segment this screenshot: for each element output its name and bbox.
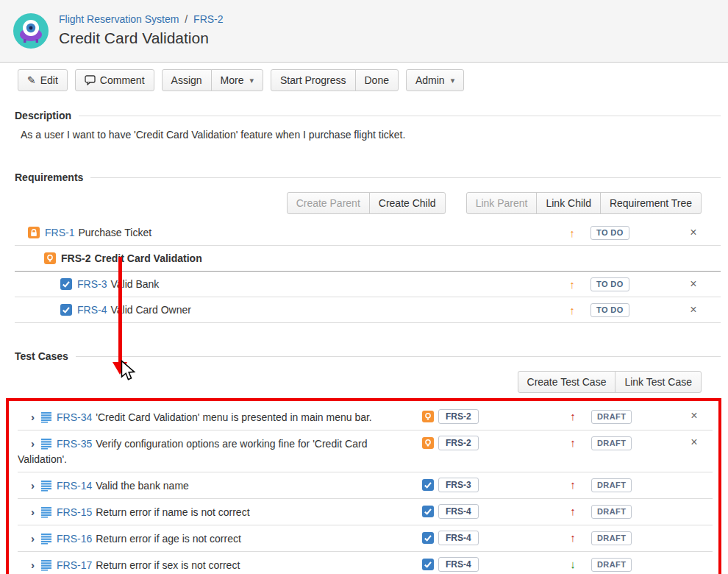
linked-requirement-badge[interactable]: FRS-4 — [438, 531, 479, 545]
rank-up-arrow-icon: ↑ — [558, 436, 588, 449]
breadcrumb-project-link[interactable]: Flight Reservation System — [59, 13, 179, 25]
lightbulb-icon — [422, 411, 434, 422]
expand-chevron-icon[interactable]: › — [31, 506, 35, 518]
test-case-key-link[interactable]: FRS-35 — [57, 438, 92, 450]
issue-key-link[interactable]: FRS-3 — [77, 278, 107, 290]
status-badge: DRAFT — [591, 531, 632, 545]
issue-summary: Valid Bank — [110, 278, 159, 290]
remove-link-icon[interactable]: × — [675, 303, 712, 316]
status-badge: DRAFT — [591, 558, 632, 572]
requirement-tree-button[interactable]: Requirement Tree — [600, 192, 702, 214]
link-child-button[interactable]: Link Child — [536, 192, 600, 214]
comment-button[interactable]: Comment — [75, 69, 154, 91]
heading-rule — [79, 116, 721, 116]
rank-up-arrow-icon: ↑ — [557, 304, 587, 316]
requirements-heading-label: Requirements — [15, 171, 83, 183]
linked-requirement-badge[interactable]: FRS-4 — [438, 557, 479, 572]
pencil-icon: ✎ — [27, 74, 36, 87]
edit-button[interactable]: ✎ Edit — [18, 69, 68, 91]
requirements-section-heading: Requirements — [15, 171, 721, 183]
heading-rule — [90, 177, 721, 178]
test-cases-section-heading: Test Cases — [15, 350, 721, 362]
expand-chevron-icon[interactable]: › — [31, 532, 35, 545]
more-dropdown-button[interactable]: More ▾ — [211, 69, 263, 91]
remove-link-icon[interactable]: × — [676, 409, 713, 422]
linked-requirement-badge[interactable]: FRS-2 — [438, 409, 479, 424]
create-parent-button[interactable]: Create Parent — [287, 192, 370, 214]
test-case-summary: Return error if age is not correct — [96, 533, 241, 545]
expand-chevron-icon[interactable]: › — [31, 559, 35, 571]
test-case-key-link[interactable]: FRS-17 — [57, 559, 92, 571]
test-case-summary: Return error if sex is not correct — [96, 559, 240, 571]
project-avatar — [13, 13, 49, 49]
test-case-row: ›FRS-15Return error if name is not corre… — [18, 499, 713, 525]
rank-up-arrow-icon: ↑ — [558, 504, 588, 517]
breadcrumb-separator: / — [185, 13, 188, 25]
linked-requirement-badge[interactable]: FRS-2 — [438, 436, 479, 450]
task-check-icon — [60, 304, 72, 316]
test-case-summary: Return error if name is not correct — [96, 506, 249, 518]
link-parent-button[interactable]: Link Parent — [466, 192, 538, 214]
admin-dropdown-button[interactable]: Admin ▾ — [406, 69, 464, 91]
status-badge: DRAFT — [591, 478, 632, 492]
description-text: As a user I want to have 'Credit Card Va… — [21, 129, 721, 141]
rank-up-arrow-icon: ↑ — [558, 531, 588, 544]
test-case-key-link[interactable]: FRS-34 — [57, 411, 92, 423]
issue-summary: Valid Card Owner — [110, 304, 190, 316]
test-case-key-link[interactable]: FRS-14 — [57, 480, 92, 492]
requirements-actions: Create Parent Create Child Link Parent L… — [15, 183, 721, 214]
testcase-list-icon — [40, 533, 52, 545]
issue-key-link[interactable]: FRS-4 — [77, 304, 107, 316]
rank-down-arrow-icon: ↓ — [558, 557, 588, 570]
test-cases-list: ›FRS-34'Credit Card Validation' menu is … — [18, 404, 713, 574]
test-case-row: ›FRS-34'Credit Card Validation' menu is … — [18, 404, 713, 431]
issue-key: FRS-2 — [61, 252, 90, 264]
test-cases-heading-label: Test Cases — [15, 350, 68, 362]
link-test-case-button[interactable]: Link Test Case — [615, 371, 702, 393]
issue-summary: Credit Card Validation — [94, 252, 201, 264]
task-check-icon — [422, 532, 434, 544]
task-check-icon — [60, 278, 72, 290]
expand-chevron-icon[interactable]: › — [31, 479, 35, 492]
testcase-list-icon — [40, 480, 52, 492]
expand-chevron-icon[interactable]: › — [31, 411, 35, 423]
annotation-box: ›FRS-34'Credit Card Validation' menu is … — [6, 398, 721, 574]
create-test-case-button[interactable]: Create Test Case — [518, 371, 616, 393]
chevron-down-icon: ▾ — [451, 74, 455, 87]
testcase-list-icon — [40, 438, 52, 450]
create-child-button[interactable]: Create Child — [369, 192, 446, 214]
breadcrumb-issue-link[interactable]: FRS-2 — [193, 13, 223, 25]
requirement-row: FRS-3 Valid Bank ↑ TO DO × — [15, 272, 721, 297]
test-case-row: ›FRS-14Valid the bank name FRS-3 ↑ DRAFT — [18, 472, 713, 499]
page-header: Flight Reservation System / FRS-2 Credit… — [0, 0, 728, 63]
test-case-row: ›FRS-17Return error if sex is not correc… — [18, 552, 713, 574]
task-check-icon — [422, 479, 434, 491]
test-case-key-link[interactable]: FRS-16 — [57, 533, 92, 545]
description-section-heading: Description — [15, 110, 721, 121]
test-case-row: ›FRS-16Return error if age is not correc… — [18, 525, 713, 552]
description-heading-label: Description — [15, 110, 71, 121]
issue-toolbar: ✎ Edit Comment Assign More ▾ Start Progr… — [0, 63, 728, 91]
test-case-summary: Valid the bank name — [96, 480, 189, 492]
linked-requirement-badge[interactable]: FRS-3 — [438, 478, 479, 492]
requirement-row: FRS-4 Valid Card Owner ↑ TO DO × — [15, 297, 721, 323]
rank-up-arrow-icon: ↑ — [558, 409, 588, 422]
test-case-row: ›FRS-35Verify configuration options are … — [18, 431, 713, 472]
status-badge: DRAFT — [591, 410, 632, 424]
rank-up-arrow-icon: ↑ — [557, 227, 587, 239]
start-progress-button[interactable]: Start Progress — [271, 69, 355, 91]
assign-button[interactable]: Assign — [162, 69, 212, 91]
expand-chevron-icon[interactable]: › — [31, 437, 35, 450]
testcase-list-icon — [40, 506, 52, 518]
done-button[interactable]: Done — [355, 69, 399, 91]
test-case-key-link[interactable]: FRS-15 — [57, 506, 92, 518]
chevron-down-icon: ▾ — [249, 74, 254, 87]
remove-link-icon[interactable]: × — [675, 226, 712, 239]
task-check-icon — [422, 559, 434, 570]
linked-requirement-badge[interactable]: FRS-4 — [438, 504, 479, 519]
comment-bubble-icon — [85, 75, 96, 85]
issue-key-link[interactable]: FRS-1 — [45, 227, 74, 238]
remove-link-icon[interactable]: × — [676, 436, 713, 449]
rank-up-arrow-icon: ↑ — [557, 278, 587, 291]
remove-link-icon[interactable]: × — [675, 277, 712, 291]
